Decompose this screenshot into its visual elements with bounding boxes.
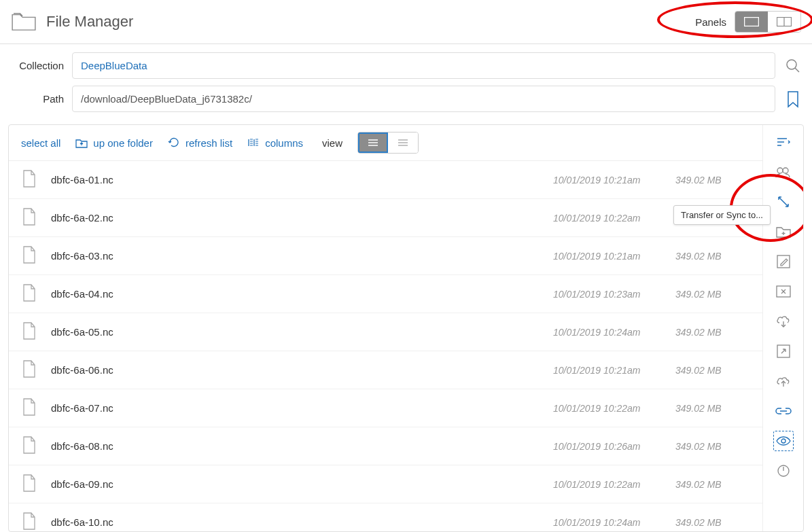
view-detail-button[interactable] [388,132,418,153]
download-icon[interactable] [773,311,794,332]
refresh-icon [168,137,180,149]
collection-label: Collection [10,60,64,71]
svg-point-36 [781,439,785,443]
file-size: 349.02 MB [675,175,750,185]
file-icon [21,474,51,495]
file-row[interactable]: dbfc-6a-02.nc 10/01/2019 10:22am 349.02 … [9,199,762,237]
file-name: dbfc-6a-09.nc [51,478,553,490]
file-toolbar: select all up one folder refresh list co… [9,125,762,161]
columns-link[interactable]: columns [247,137,303,149]
up-folder-label: up one folder [93,137,153,149]
file-icon [21,512,51,531]
file-size: 349.02 MB [675,289,750,300]
bookmark-icon[interactable] [783,90,802,109]
file-size: 349.02 MB [675,403,750,414]
file-row[interactable]: dbfc-6a-03.nc 10/01/2019 10:21am 349.02 … [9,237,762,275]
link-icon[interactable] [773,401,794,421]
file-icon [21,397,51,419]
file-date: 10/01/2019 10:21am [553,175,675,185]
nav-region: Collection Path [0,44,812,124]
file-name: dbfc-6a-10.nc [51,516,553,528]
file-date: 10/01/2019 10:21am [553,251,675,262]
path-label: Path [10,93,64,105]
rename-icon[interactable] [773,251,794,272]
file-row[interactable]: dbfc-6a-07.nc 10/01/2019 10:22am 349.02 … [9,389,762,427]
panel-single-button[interactable] [735,12,768,32]
file-row[interactable]: dbfc-6a-05.nc 10/01/2019 10:24am 349.02 … [9,313,762,351]
panel-double-button[interactable] [768,12,800,32]
transfer-icon[interactable] [773,192,794,212]
header-left: File Manager [11,11,133,33]
sort-icon[interactable] [773,132,794,152]
file-name: dbfc-6a-07.nc [51,402,553,414]
refresh-label: refresh list [186,137,232,149]
file-row[interactable]: dbfc-6a-08.nc 10/01/2019 10:26am 349.02 … [9,427,762,465]
file-date: 10/01/2019 10:22am [553,213,675,224]
power-icon[interactable] [773,461,794,481]
svg-rect-0 [745,18,759,26]
panels-label: Panels [695,16,726,28]
file-name: dbfc-6a-05.nc [51,326,553,338]
select-all-link[interactable]: select all [21,137,60,149]
file-list[interactable]: dbfc-6a-01.nc 10/01/2019 10:21am 349.02 … [9,161,762,531]
app-header: File Manager Panels [0,0,812,44]
file-size: 349.02 MB [675,441,750,452]
file-icon [21,359,51,380]
view-label: view [322,137,342,149]
svg-line-4 [795,68,799,72]
main-area: select all up one folder refresh list co… [8,124,804,532]
file-icon [21,207,51,228]
new-folder-icon[interactable] [773,221,794,242]
file-name: dbfc-6a-08.nc [51,440,553,452]
file-row[interactable]: dbfc-6a-01.nc 10/01/2019 10:21am 349.02 … [9,161,762,199]
file-row[interactable]: dbfc-6a-09.nc 10/01/2019 10:22am 349.02 … [9,465,762,503]
search-icon[interactable] [783,56,802,75]
file-row[interactable]: dbfc-6a-10.nc 10/01/2019 10:24am 349.02 … [9,503,762,531]
file-row[interactable]: dbfc-6a-04.nc 10/01/2019 10:23am 349.02 … [9,275,762,313]
view-toggle [357,132,419,154]
panel-mode-toggle [735,11,801,33]
file-size: 349.02 MB [675,327,750,338]
view-list-button[interactable] [358,132,388,153]
svg-line-26 [779,197,788,207]
file-date: 10/01/2019 10:24am [553,517,675,528]
file-name: dbfc-6a-02.nc [51,212,553,224]
transfer-tooltip: Transfer or Sync to... [673,205,771,225]
file-size: 349.02 MB [675,251,750,262]
preview-icon[interactable] [773,431,794,451]
svg-point-24 [777,168,783,173]
file-name: dbfc-6a-04.nc [51,288,553,300]
file-icon [21,283,51,304]
file-size: 349.02 MB [675,517,750,528]
collection-input[interactable] [72,52,775,79]
delete-icon[interactable] [773,281,794,302]
refresh-link[interactable]: refresh list [168,137,232,149]
file-icon [21,436,51,457]
share-icon[interactable] [773,162,794,182]
columns-icon [247,137,260,148]
file-name: dbfc-6a-03.nc [51,250,553,262]
file-icon [21,245,51,266]
file-row[interactable]: dbfc-6a-06.nc 10/01/2019 10:21am 349.02 … [9,351,762,389]
file-date: 10/01/2019 10:24am [553,327,675,338]
file-date: 10/01/2019 10:22am [553,403,675,414]
up-folder-icon [75,137,88,148]
folder-app-icon [11,11,37,33]
file-name: dbfc-6a-06.nc [51,364,553,376]
file-date: 10/01/2019 10:26am [553,441,675,452]
path-input[interactable] [72,86,775,112]
file-size: 349.02 MB [675,365,750,376]
path-row: Path [10,86,802,112]
file-panel: select all up one folder refresh list co… [9,125,762,531]
open-external-icon[interactable] [773,341,794,361]
file-name: dbfc-6a-01.nc [51,174,553,185]
columns-label: columns [265,137,303,149]
action-sidebar: Transfer or Sync to... [762,125,803,531]
upload-icon[interactable] [773,371,794,391]
collection-row: Collection [10,52,802,79]
file-date: 10/01/2019 10:23am [553,289,675,300]
svg-point-25 [783,168,788,173]
file-size: 349.02 MB [675,479,750,490]
svg-point-3 [787,60,796,69]
up-folder-link[interactable]: up one folder [75,137,153,149]
